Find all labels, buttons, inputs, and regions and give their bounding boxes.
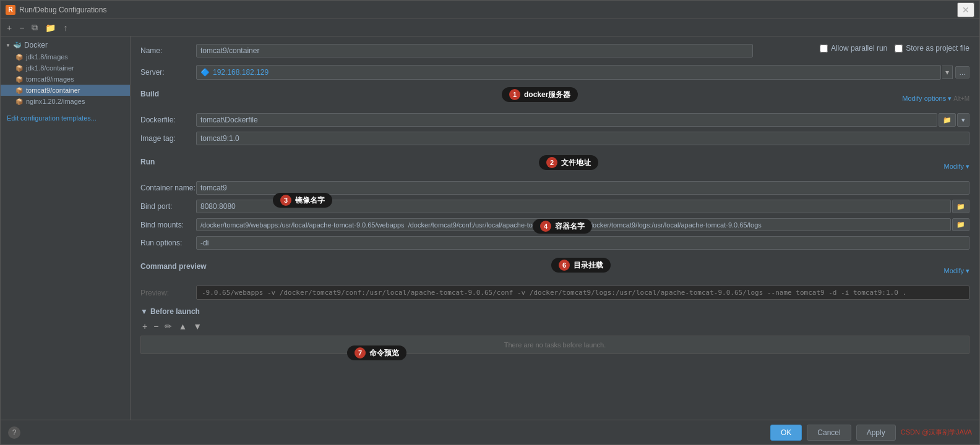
- apply-button[interactable]: Apply: [856, 425, 896, 441]
- folder-config-button[interactable]: 📁: [43, 22, 58, 34]
- run-modify-link[interactable]: Modify ▾: [944, 163, 969, 171]
- before-launch-empty: There are no tasks before launch.: [140, 336, 969, 354]
- container-name-label: Container name:: [140, 184, 196, 192]
- name-label: Name:: [140, 46, 196, 55]
- before-launch-section: ▼ Before launch + − ✏ ▲ ▼ There are no t…: [140, 307, 969, 354]
- app-icon: R: [6, 5, 15, 15]
- image-icon-3: 📦: [15, 76, 23, 83]
- run-section: Run Modify ▾ Container name: Bind port:: [140, 153, 969, 250]
- close-button[interactable]: ✕: [957, 2, 974, 17]
- allow-parallel-label[interactable]: Allow parallel run: [820, 44, 887, 53]
- store-as-project-label[interactable]: Store as project file: [895, 44, 969, 53]
- expand-icon: ▼: [6, 43, 11, 48]
- dockerfile-row: Dockerfile: 📁 ▾: [140, 113, 969, 127]
- before-launch-header: ▼ Before launch: [140, 307, 969, 316]
- sidebar: ▼ 🐳 Docker 📦 jdk1.8/images 📦 jdk1.8/cont…: [1, 36, 131, 420]
- sidebar-item-label-3: tomcat9/images: [26, 75, 74, 83]
- build-section-header-row: Build Modify options ▾ Alt+M: [140, 90, 969, 107]
- help-button[interactable]: ?: [8, 426, 20, 439]
- container-icon-2: 📦: [15, 65, 23, 72]
- sidebar-item-nginx-images[interactable]: 📦 nginx1.20.2/images: [1, 96, 130, 107]
- before-launch-toolbar: + − ✏ ▲ ▼: [140, 321, 969, 332]
- preview-row: Preview: -9.0.65/webapps -v /docker/tomc…: [140, 286, 969, 300]
- move-config-button[interactable]: ↑: [61, 22, 70, 34]
- sidebar-item-label-1: jdk1.8/images: [26, 53, 68, 61]
- before-launch-triangle: ▼: [140, 307, 148, 316]
- docker-icon: 🐳: [13, 41, 22, 49]
- toolbar: + − ⧉ 📁 ↑: [1, 19, 979, 36]
- bind-mounts-input[interactable]: [196, 218, 951, 231]
- cmd-preview-header-row: Command preview Modify ▾: [140, 262, 969, 279]
- server-more-button[interactable]: ...: [955, 66, 969, 78]
- image-tag-label: Image tag:: [140, 134, 196, 143]
- image-icon-5: 📦: [15, 98, 23, 105]
- server-label: Server:: [140, 68, 196, 77]
- bind-port-input-wrapper: 📁: [196, 200, 969, 213]
- dockerfile-input[interactable]: [196, 113, 937, 127]
- before-launch-down-button[interactable]: ▼: [191, 321, 204, 332]
- run-section-title: Run: [140, 158, 155, 169]
- container-icon-4: 📦: [15, 87, 23, 94]
- run-options-label: Run options:: [140, 239, 196, 247]
- bind-mounts-browse-button[interactable]: 📁: [952, 218, 969, 231]
- run-options-input[interactable]: [196, 236, 969, 250]
- image-icon-1: 📦: [15, 54, 23, 61]
- dockerfile-label: Dockerfile:: [140, 116, 196, 124]
- image-tag-input[interactable]: [196, 132, 969, 145]
- sidebar-item-label-2: jdk1.8/container: [26, 64, 74, 72]
- bind-port-row: Bind port: 📁: [140, 200, 969, 213]
- dockerfile-dropdown-button[interactable]: ▾: [957, 113, 969, 127]
- build-section: Build Modify options ▾ Alt+M Dockerfile:…: [140, 90, 969, 145]
- sidebar-item-tomcat9-images[interactable]: 📦 tomcat9/images: [1, 74, 130, 85]
- bind-mounts-label: Bind mounts:: [140, 221, 196, 229]
- watermark: CSDN @汉事别学JAVA: [901, 428, 972, 437]
- window-title: Run/Debug Configurations: [19, 6, 957, 14]
- bind-port-label: Bind port:: [140, 202, 196, 211]
- before-launch-edit-button[interactable]: ✏: [163, 321, 174, 332]
- container-name-row: Container name:: [140, 181, 969, 195]
- container-name-input[interactable]: [196, 181, 969, 195]
- run-debug-configurations-window: R Run/Debug Configurations ✕ + − ⧉ 📁 ↑ ▼…: [0, 0, 980, 445]
- server-input[interactable]: 🔷 192.168.182.129: [196, 65, 941, 80]
- ok-button[interactable]: OK: [770, 425, 802, 441]
- bind-port-browse-button[interactable]: 📁: [952, 200, 969, 213]
- name-input[interactable]: [196, 44, 753, 57]
- preview-label: Preview:: [140, 289, 196, 297]
- docker-group: ▼ 🐳 Docker 📦 jdk1.8/images 📦 jdk1.8/cont…: [1, 36, 130, 109]
- before-launch-add-button[interactable]: +: [140, 321, 149, 332]
- command-preview-section: Command preview Modify ▾ Preview: -9.0.6…: [140, 257, 969, 300]
- before-launch-remove-button[interactable]: −: [152, 321, 160, 332]
- dockerfile-input-wrapper: 📁 ▾: [196, 113, 969, 127]
- remove-config-button[interactable]: −: [17, 22, 27, 34]
- server-dropdown-arrow[interactable]: ▾: [942, 66, 953, 79]
- sidebar-item-jdk18-container[interactable]: 📦 jdk1.8/container: [1, 62, 130, 74]
- before-launch-up-button[interactable]: ▲: [176, 321, 189, 332]
- edit-config-link[interactable]: Edit configuration templates...: [1, 109, 130, 127]
- sidebar-item-tomcat9-container[interactable]: 📦 tomcat9/container: [1, 85, 130, 96]
- build-section-title: Build: [140, 90, 159, 101]
- before-launch-title: Before launch: [150, 307, 200, 316]
- main-content: ▼ 🐳 Docker 📦 jdk1.8/images 📦 jdk1.8/cont…: [1, 36, 979, 420]
- sidebar-item-label-5: nginx1.20.2/images: [26, 98, 85, 105]
- dockerfile-browse-button[interactable]: 📁: [939, 113, 956, 127]
- name-row: Name: Allow parallel run Store as projec…: [140, 44, 969, 57]
- bottom-bar: ? OK Cancel Apply CSDN @汉事别学JAVA: [1, 420, 979, 444]
- preview-value: -9.0.65/webapps -v /docker/tomcat9/conf:…: [196, 286, 969, 300]
- docker-group-header[interactable]: ▼ 🐳 Docker: [1, 39, 130, 51]
- bind-port-input[interactable]: [196, 200, 951, 213]
- server-row: Server: 🔷 192.168.182.129 ▾ ...: [140, 65, 969, 80]
- run-options-row: Run options:: [140, 236, 969, 250]
- allow-parallel-checkbox[interactable]: [820, 44, 828, 53]
- run-section-header-row: Run Modify ▾: [140, 158, 969, 175]
- cancel-button[interactable]: Cancel: [807, 425, 851, 441]
- titlebar: R Run/Debug Configurations ✕: [1, 1, 979, 19]
- copy-config-button[interactable]: ⧉: [29, 21, 40, 34]
- modify-options-link[interactable]: Modify options ▾ Alt+M: [902, 95, 969, 103]
- store-as-project-checkbox[interactable]: [895, 44, 903, 53]
- right-panel: Name: Allow parallel run Store as projec…: [131, 36, 979, 420]
- add-config-button[interactable]: +: [4, 22, 14, 34]
- bind-mounts-row: Bind mounts: 📁: [140, 218, 969, 231]
- docker-group-label: Docker: [24, 41, 48, 49]
- sidebar-item-jdk18-images[interactable]: 📦 jdk1.8/images: [1, 51, 130, 62]
- cmd-modify-link[interactable]: Modify ▾: [944, 267, 969, 275]
